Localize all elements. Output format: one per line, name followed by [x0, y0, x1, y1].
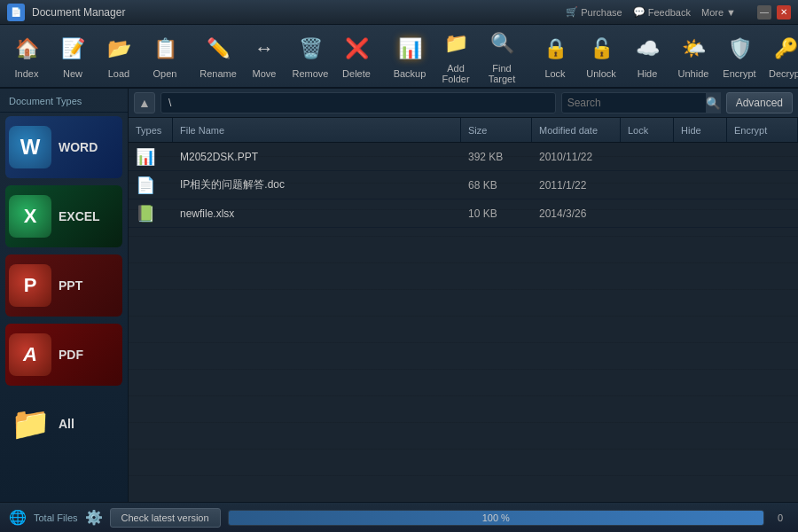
toolbar-group-main: 🏠 Index 📝 New 📂 Load 📋 Open: [4, 25, 188, 87]
app-title: Document Manager: [32, 6, 566, 19]
minimize-button[interactable]: —: [757, 5, 771, 20]
progress-label: 100 %: [482, 512, 510, 523]
sidebar: Document Types W WORD X EXCEL P PPT A: [0, 89, 129, 502]
lock-icon: 🔒: [539, 33, 571, 65]
toolbar-rename-button[interactable]: ✏️ Rename: [195, 26, 241, 86]
col-size-header[interactable]: Size: [461, 118, 532, 142]
status-icon: 🌐: [9, 509, 27, 526]
window-controls: — ✕: [757, 5, 791, 20]
sidebar-item-word[interactable]: W WORD: [5, 116, 122, 178]
sidebar-item-all[interactable]: 📁 All: [5, 393, 122, 455]
col-types-header[interactable]: Types: [129, 118, 173, 142]
file-size: 10 KB: [461, 207, 532, 220]
toolbar-decrypt-button[interactable]: 🔑 Decrypt: [763, 26, 798, 86]
col-name-header[interactable]: File Name: [173, 118, 461, 142]
load-label: Load: [108, 68, 129, 79]
ppt-label: PPT: [59, 278, 82, 293]
excel-label: EXCEL: [59, 209, 100, 223]
toolbar-new-button[interactable]: 📝 New: [50, 26, 96, 86]
search-input[interactable]: [562, 97, 706, 109]
all-label: All: [59, 417, 74, 431]
toolbar-add-folder-button[interactable]: 📁 Add Folder: [433, 26, 479, 86]
file-date: 2011/1/22: [532, 179, 621, 192]
backup-icon: 📊: [394, 33, 426, 65]
toolbar-encrypt-button[interactable]: 🛡️ Encrypt: [716, 26, 763, 86]
sidebar-item-pdf[interactable]: A PDF: [5, 324, 122, 386]
table-row[interactable]: 📄 IP相关的问题解答.doc 68 KB 2011/1/22: [129, 171, 798, 200]
col-hide-header[interactable]: Hide: [674, 118, 727, 142]
col-lock-header[interactable]: Lock: [621, 118, 674, 142]
file-table: Types File Name Size Modified date Lock …: [129, 118, 798, 502]
nav-bar: ▲ 🔍 Advanced: [129, 89, 798, 118]
file-name: IP相关的问题解答.doc: [173, 177, 461, 192]
toolbar-index-button[interactable]: 🏠 Index: [4, 26, 50, 86]
all-icon: 📁: [9, 403, 51, 445]
file-count: 0: [771, 512, 789, 523]
rename-icon: ✏️: [202, 33, 234, 65]
file-size: 68 KB: [461, 179, 532, 192]
encrypt-icon: 🛡️: [724, 33, 755, 65]
sidebar-item-excel[interactable]: X EXCEL: [5, 185, 122, 247]
move-icon: ↔️: [248, 33, 280, 65]
search-box: 🔍: [561, 92, 721, 113]
excel-icon: X: [9, 195, 51, 238]
sidebar-item-ppt[interactable]: P PPT: [5, 254, 122, 317]
file-name: M2052DSK.PPT: [173, 151, 461, 163]
backup-label: Backup: [394, 68, 426, 79]
toolbar-remove-button[interactable]: 🗑️ Remove: [287, 26, 333, 86]
feedback-link[interactable]: 💬 Feedback: [633, 6, 691, 18]
find-target-label: Find Target: [479, 63, 525, 84]
toolbar-group-edit: ✏️ Rename ↔️ Move 🗑️ Remove ❌ Delete: [195, 25, 379, 87]
col-date-header[interactable]: Modified date: [532, 118, 621, 142]
check-latest-version-button[interactable]: Check latest version: [110, 508, 221, 528]
index-label: Index: [15, 68, 39, 79]
hide-label: Hide: [638, 68, 658, 79]
purchase-link[interactable]: 🛒 Purchase: [566, 6, 622, 18]
progress-bar: 100 %: [228, 510, 764, 526]
file-date: 2014/3/26: [532, 207, 621, 220]
toolbar-open-button[interactable]: 📋 Open: [142, 26, 188, 86]
move-label: Move: [253, 68, 277, 79]
settings-gear-icon[interactable]: ⚙️: [85, 509, 103, 526]
remove-label: Remove: [293, 68, 329, 79]
more-menu[interactable]: More ▼: [701, 7, 736, 18]
load-icon: 📂: [103, 33, 135, 65]
toolbar-delete-button[interactable]: ❌ Delete: [333, 26, 379, 86]
col-encrypt-header[interactable]: Encrypt: [727, 118, 798, 142]
file-size: 392 KB: [461, 151, 532, 163]
search-button[interactable]: 🔍: [706, 92, 721, 113]
toolbar-find-target-button[interactable]: 🔍 Find Target: [479, 26, 525, 86]
table-row[interactable]: 📗 newfile.xlsx 10 KB 2014/3/26: [129, 200, 798, 228]
close-button[interactable]: ✕: [777, 5, 791, 20]
unhide-label: Unhide: [678, 68, 709, 79]
toolbar: 🏠 Index 📝 New 📂 Load 📋 Open ✏️ Rename ↔️…: [0, 25, 798, 89]
unlock-icon: 🔓: [585, 33, 617, 65]
ppt-icon: P: [9, 264, 51, 307]
new-label: New: [63, 68, 82, 79]
toolbar-unhide-button[interactable]: 🌤️ Unhide: [670, 26, 716, 86]
delete-label: Delete: [342, 68, 371, 79]
advanced-button[interactable]: Advanced: [726, 92, 793, 113]
toolbar-lock-button[interactable]: 🔒 Lock: [532, 26, 578, 86]
toolbar-hide-button[interactable]: ☁️ Hide: [624, 26, 670, 86]
app-icon: 📄: [7, 4, 25, 21]
table-row[interactable]: 📊 M2052DSK.PPT 392 KB 2010/11/22: [129, 143, 798, 171]
add-folder-label: Add Folder: [433, 63, 479, 84]
file-name: newfile.xlsx: [173, 207, 461, 220]
nav-up-button[interactable]: ▲: [134, 92, 155, 113]
add-folder-icon: 📁: [440, 27, 472, 59]
remove-icon: 🗑️: [294, 33, 326, 65]
open-icon: 📋: [149, 33, 181, 65]
file-type-icon: 📗: [129, 204, 173, 223]
toolbar-group-security: 🔒 Lock 🔓 Unlock ☁️ Hide 🌤️ Unhide 🛡️ Enc…: [532, 25, 798, 87]
toolbar-move-button[interactable]: ↔️ Move: [241, 26, 287, 86]
toolbar-unlock-button[interactable]: 🔓 Unlock: [578, 26, 624, 86]
file-type-icon: 📊: [129, 147, 173, 167]
unlock-label: Unlock: [586, 68, 616, 79]
encrypt-label: Encrypt: [723, 68, 755, 79]
toolbar-backup-button[interactable]: 📊 Backup: [387, 26, 433, 86]
toolbar-load-button[interactable]: 📂 Load: [96, 26, 142, 86]
decrypt-icon: 🔑: [770, 33, 798, 65]
path-input[interactable]: [160, 92, 556, 113]
rename-label: Rename: [200, 68, 237, 79]
